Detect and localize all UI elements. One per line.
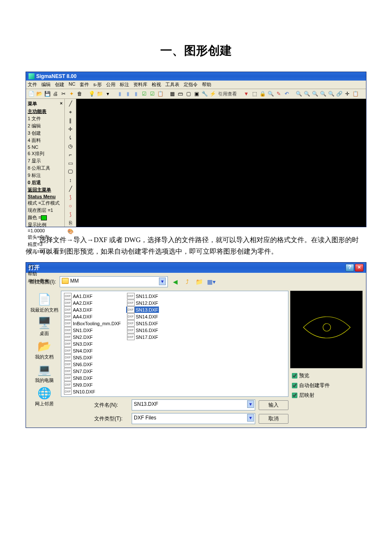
file-item[interactable]: SN1.DXF xyxy=(63,327,122,333)
back-icon[interactable]: ◀ xyxy=(171,278,180,286)
side-item-file[interactable]: 1 文件 xyxy=(27,115,63,122)
file-item[interactable]: SN16.DXF xyxy=(126,327,159,333)
tool-curve2-icon[interactable]: ⟆ xyxy=(67,211,74,217)
file-item[interactable]: SN15.DXF xyxy=(126,320,159,327)
file-item[interactable]: SN6.DXF xyxy=(63,361,122,367)
doc1-icon[interactable]: ▮ xyxy=(116,90,123,97)
menu-common[interactable]: 公用 xyxy=(106,81,115,88)
cut-icon[interactable]: ✂ xyxy=(60,90,67,97)
tool-line-icon[interactable]: ╱ xyxy=(67,101,74,107)
file-item[interactable]: SN11.DXF xyxy=(126,293,159,299)
quote-view-label[interactable]: 引用查看 xyxy=(217,91,238,97)
side-item-annotate[interactable]: 9 标注 xyxy=(27,172,63,179)
tool-clock-icon[interactable]: ◷ xyxy=(67,143,74,149)
side-close-icon[interactable]: × xyxy=(60,101,63,107)
group-icon[interactable]: ⬚ xyxy=(251,90,258,97)
status-menu-label[interactable]: Status Menu xyxy=(27,194,63,199)
side-item-create[interactable]: 3 创建 xyxy=(27,130,63,137)
zoom2-icon[interactable]: 🔍 xyxy=(303,90,310,97)
menu-tooltable[interactable]: 工具表 xyxy=(165,81,179,88)
search-icon[interactable]: 🔍 xyxy=(267,90,274,97)
grid-icon[interactable]: ▦ xyxy=(169,90,176,97)
file-item[interactable]: SN14.DXF xyxy=(126,313,159,320)
file-item[interactable]: SN8.DXF xyxy=(63,375,122,381)
side-item-material[interactable]: 4 面料 xyxy=(27,137,63,144)
side-item-display[interactable]: 7 显示 xyxy=(27,157,63,165)
place-network[interactable]: 🌐网上邻居 xyxy=(35,386,54,407)
file-item[interactable]: SN4.DXF xyxy=(63,347,122,354)
menu-cmd[interactable]: 定指令 xyxy=(184,81,198,88)
undo-icon[interactable]: ↶ xyxy=(283,90,290,97)
file-item[interactable]: SN3.DXF xyxy=(63,341,122,347)
link-icon[interactable]: 🔗 xyxy=(336,90,343,97)
light-icon[interactable]: 💡 xyxy=(88,90,95,97)
file-item[interactable]: AA2.DXF xyxy=(63,300,122,306)
menu-db[interactable]: 资料库 xyxy=(133,81,147,88)
open-button[interactable]: 输入 xyxy=(259,400,288,410)
tool-parallel-icon[interactable]: ∥ xyxy=(67,118,74,124)
bolt-icon[interactable]: ⚡ xyxy=(209,90,216,97)
chk1-icon[interactable]: ☑ xyxy=(141,90,147,97)
check-layermap[interactable]: 层映射 xyxy=(290,390,363,400)
db-icon[interactable]: 🗃 xyxy=(177,90,184,97)
menu-sshape[interactable]: s-形 xyxy=(93,81,102,88)
menu-help[interactable]: 帮助 xyxy=(202,81,211,88)
star-icon[interactable]: ✦ xyxy=(68,90,75,97)
menu-annotate[interactable]: 标注 xyxy=(120,81,129,88)
tool-rect-icon[interactable]: ▭ xyxy=(67,160,74,166)
help-button[interactable]: ? xyxy=(346,264,354,272)
side-item-edit[interactable]: 2 编辑 xyxy=(27,122,63,130)
prop-icon[interactable]: 📋 xyxy=(352,90,359,97)
filetype-field[interactable]: DXF Files xyxy=(132,413,255,424)
cfg-icon[interactable]: 🔧 xyxy=(201,90,208,97)
file-item[interactable]: SN7.DXF xyxy=(63,368,122,374)
tool-snap-icon[interactable]: ⌖ xyxy=(67,109,74,115)
newfolder-icon[interactable]: 📁 xyxy=(195,278,204,286)
drawing-canvas[interactable] xyxy=(76,99,366,227)
menu-nc[interactable]: NC xyxy=(69,81,75,88)
place-recent[interactable]: 📄我最近的文档 xyxy=(30,292,58,313)
chk2-icon[interactable]: ☑ xyxy=(149,90,156,97)
doc2-icon[interactable]: ▮ xyxy=(124,90,131,97)
tool-screen-icon[interactable]: 🖵 xyxy=(67,169,74,175)
menu-view[interactable]: 检视 xyxy=(152,81,161,88)
cancel-button[interactable]: 取消 xyxy=(259,414,288,424)
file-item[interactable]: InBoxTooling_mm.DXF xyxy=(63,320,122,327)
zoom3-icon[interactable]: 🔍 xyxy=(311,90,318,97)
zoom5-icon[interactable]: 🔍 xyxy=(328,90,334,97)
side-item-xarrange[interactable]: 6 X排列 xyxy=(27,150,63,157)
file-item[interactable]: AA1.DXF xyxy=(63,293,122,299)
file-item[interactable]: SN2.DXF xyxy=(63,334,122,340)
file-item[interactable]: SN12.DXF xyxy=(126,300,159,306)
filename-field[interactable]: SN13.DXF xyxy=(132,399,255,410)
file-item[interactable]: SN9.DXF xyxy=(63,382,122,388)
print-icon[interactable]: 🖨 xyxy=(52,90,59,97)
sq1-icon[interactable]: ▢ xyxy=(185,90,192,97)
check-autocreate[interactable]: 自动创建零件 xyxy=(290,381,363,390)
side-back[interactable]: 0 后退 xyxy=(27,179,63,186)
file-item[interactable]: AA4.DXF xyxy=(63,313,122,320)
tool-curve-icon[interactable]: ⟆ xyxy=(67,194,74,200)
file-item[interactable]: AA3.DXF xyxy=(63,306,122,313)
doc3-icon[interactable]: ▮ xyxy=(133,90,139,97)
menu-file[interactable]: 文件 xyxy=(28,81,37,88)
side-back-main[interactable]: 返回主菜单 xyxy=(27,186,63,194)
tool-copy-icon[interactable]: ⎘ xyxy=(67,220,74,226)
tool-cross-icon[interactable]: ✛ xyxy=(67,126,74,132)
xy-icon[interactable]: ✛ xyxy=(344,90,351,97)
up-icon[interactable]: ⤴ xyxy=(183,278,192,286)
dropdown-icon[interactable]: ▾ xyxy=(104,90,111,97)
edit-icon[interactable]: ✎ xyxy=(275,90,282,97)
side-item-tools[interactable]: 8 公用工具 xyxy=(27,165,63,172)
check-preview[interactable]: 预览 xyxy=(290,371,363,381)
tool-arrow-icon[interactable]: ↕ xyxy=(67,177,74,183)
lock-icon[interactable]: 🔒 xyxy=(259,90,266,97)
file-item[interactable]: SN13.DXF xyxy=(126,306,159,313)
tool-palette-icon[interactable]: 🎨 xyxy=(67,228,74,234)
close-button[interactable]: × xyxy=(355,264,363,272)
main-menu-label[interactable]: 主功能表 xyxy=(27,108,63,115)
filter-icon[interactable]: ▼ xyxy=(243,90,250,97)
place-desktop[interactable]: 🖥️桌面 xyxy=(37,316,51,337)
side-item-nc[interactable]: 5 NC xyxy=(27,144,63,150)
open-icon[interactable]: 📂 xyxy=(36,90,43,97)
